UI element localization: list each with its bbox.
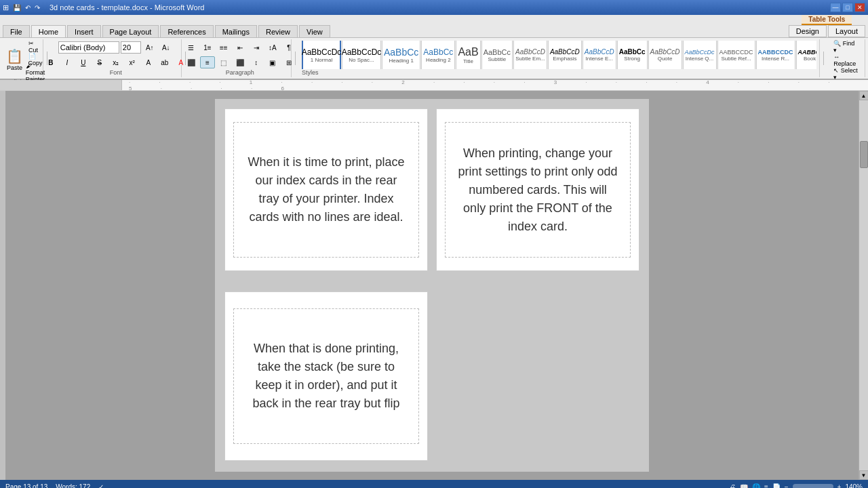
close-button[interactable]: ✕: [854, 3, 865, 12]
style-intense-quote[interactable]: AaBbCcDc Intense Q...: [683, 41, 717, 69]
line-spacing-button[interactable]: ↕: [249, 56, 264, 68]
index-card-3[interactable]: When that is done printing, take the sta…: [224, 291, 428, 461]
align-left-button[interactable]: ⬛: [184, 56, 199, 68]
scroll-down-button[interactable]: ▼: [859, 470, 869, 480]
card-slot-1: When it is time to print, place our inde…: [220, 104, 432, 277]
style-heading2[interactable]: AaBbCc Heading 2: [421, 41, 455, 69]
sort-button[interactable]: ↕A: [265, 41, 280, 54]
card-inner-1: When it is time to print, place our inde…: [233, 122, 419, 258]
menu-view[interactable]: View: [299, 25, 330, 37]
italic-button[interactable]: I: [60, 56, 75, 68]
font-size-input[interactable]: [121, 41, 141, 54]
menu-file[interactable]: File: [3, 25, 30, 37]
style-title[interactable]: AaB Title: [456, 41, 480, 69]
style-no-spacing[interactable]: AaBbCcDc No Spac...: [342, 41, 381, 69]
subscript-button[interactable]: x₂: [108, 56, 123, 68]
view-web-button[interactable]: 🌐: [752, 483, 760, 489]
minimize-button[interactable]: —: [830, 3, 841, 12]
style-intense-ref[interactable]: AaBbCcDc Intense R...: [756, 41, 795, 69]
spell-check-icon[interactable]: ✓: [98, 483, 104, 489]
style-normal[interactable]: AaBbCcDc 1 Normal: [302, 41, 341, 69]
document-area: When it is time to print, place our inde…: [5, 91, 859, 480]
page-bottom: When that is done printing, take the sta…: [215, 282, 649, 472]
style-book-title[interactable]: AaBbCcDc Book Title: [796, 41, 817, 69]
menu-layout[interactable]: Layout: [828, 25, 865, 37]
style-subtle-em[interactable]: AaBbCcD Subtle Em...: [513, 41, 547, 69]
quick-access-undo[interactable]: ↶: [25, 4, 31, 12]
bold-button[interactable]: B: [43, 56, 58, 68]
bullets-button[interactable]: ☰: [184, 41, 199, 54]
numbering-button[interactable]: 1≡: [200, 41, 215, 54]
style-subtitle[interactable]: AaBbCc Subtitle: [481, 41, 513, 69]
align-center-button[interactable]: ≡: [200, 56, 215, 68]
maximize-button[interactable]: □: [842, 3, 853, 12]
styles-label: Styles: [302, 69, 816, 76]
style-quote[interactable]: AaBbCcD Quote: [648, 41, 682, 69]
title-text: 3d note cards - template.docx - Microsof…: [50, 3, 204, 12]
style-strong[interactable]: AaBbCc Strong: [617, 41, 648, 69]
select-button[interactable]: ↖ Select ▾: [830, 68, 862, 80]
highlight-button[interactable]: ab: [157, 56, 172, 68]
main-content: When it is time to print, place our inde…: [0, 91, 868, 480]
style-heading1[interactable]: AaBbCc Heading 1: [382, 41, 420, 69]
scroll-up-button[interactable]: ▲: [859, 91, 869, 100]
vertical-scrollbar[interactable]: ▲ ▼: [859, 91, 868, 480]
app-icon: ⊞: [3, 3, 9, 12]
card-text-2: When printing, change your print setting…: [456, 144, 619, 236]
decrease-indent-button[interactable]: ⇤: [233, 41, 248, 54]
table-tools-label: Table Tools: [802, 15, 852, 25]
align-right-button[interactable]: ⬚: [216, 56, 231, 68]
replace-button[interactable]: ↔ Replace: [830, 54, 862, 66]
page-top: When it is time to print, place our inde…: [215, 99, 649, 282]
view-print-button[interactable]: 🖨: [729, 483, 736, 489]
superscript-button[interactable]: x²: [125, 56, 140, 68]
card-inner-3: When that is done printing, take the sta…: [233, 308, 419, 444]
left-margin: [0, 91, 5, 480]
page-info: Page 13 of 13: [5, 483, 47, 489]
paragraph-group: ☰ 1≡ ≡≡ ⇤ ⇥ ↕A ¶ ⬛ ≡ ⬚ ⬛ ↕ ▣ ⊞ Paragraph: [189, 39, 292, 77]
quick-access-redo[interactable]: ↷: [35, 4, 40, 12]
view-draft-button[interactable]: 📄: [772, 483, 781, 489]
paragraph-label: Paragraph: [226, 69, 254, 76]
zoom-in-button[interactable]: +: [837, 483, 842, 489]
borders-button[interactable]: ⊞: [281, 56, 296, 68]
index-card-2[interactable]: When printing, change your print setting…: [436, 108, 639, 271]
multilevel-button[interactable]: ≡≡: [216, 41, 231, 54]
shrink-font-button[interactable]: A↓: [159, 41, 174, 54]
quick-access-save[interactable]: 💾: [13, 4, 21, 12]
scroll-thumb[interactable]: [860, 141, 868, 168]
card-text-3: When that is done printing, take the sta…: [245, 340, 408, 413]
menu-insert[interactable]: Insert: [67, 25, 101, 37]
style-intense-em[interactable]: AaBbCcD Intense E...: [583, 41, 616, 69]
paste-button[interactable]: 📋 Paste: [3, 46, 26, 73]
grow-font-button[interactable]: A↑: [142, 41, 157, 54]
style-emphasis[interactable]: AaBbCcD Emphasis: [548, 41, 582, 69]
menu-page-layout[interactable]: Page Layout: [102, 25, 159, 37]
menu-home[interactable]: Home: [31, 25, 66, 37]
view-outline-button[interactable]: ≡: [764, 483, 768, 489]
editing-group: 🔍 Find ▾ ↔ Replace ↖ Select ▾ Editing: [827, 39, 865, 77]
cut-button[interactable]: ✂ Cut: [28, 41, 43, 53]
menu-review[interactable]: Review: [258, 25, 298, 37]
style-subtle-ref[interactable]: AaBbCcDc Subtle Ref...: [717, 41, 755, 69]
menu-design[interactable]: Design: [789, 25, 827, 37]
menu-references[interactable]: References: [160, 25, 213, 37]
title-bar: ⊞ 💾 ↶ ↷ 3d note cards - template.docx - …: [0, 0, 868, 15]
menu-mailings[interactable]: Mailings: [215, 25, 257, 37]
underline-button[interactable]: U: [76, 56, 91, 68]
font-name-input[interactable]: [58, 41, 119, 54]
show-hide-button[interactable]: ¶: [281, 41, 296, 54]
shading-button[interactable]: ▣: [265, 56, 280, 68]
format-painter-button[interactable]: 🖌 Format Painter: [28, 66, 43, 79]
justify-button[interactable]: ⬛: [233, 56, 248, 68]
increase-indent-button[interactable]: ⇥: [249, 41, 264, 54]
find-button[interactable]: 🔍 Find ▾: [830, 41, 862, 53]
strikethrough-button[interactable]: S: [92, 56, 107, 68]
text-effects-button[interactable]: A: [141, 56, 156, 68]
view-reading-button[interactable]: 📖: [740, 483, 748, 489]
ribbon: 📋 Paste ✂ Cut 📄 Copy 🖌 Format Painter Cl…: [0, 38, 868, 80]
zoom-slider[interactable]: [793, 484, 833, 488]
zoom-out-button[interactable]: −: [785, 483, 789, 489]
index-card-1[interactable]: When it is time to print, place our inde…: [224, 108, 428, 271]
clipboard-group: 📋 Paste ✂ Cut 📄 Copy 🖌 Format Painter Cl…: [3, 39, 43, 77]
